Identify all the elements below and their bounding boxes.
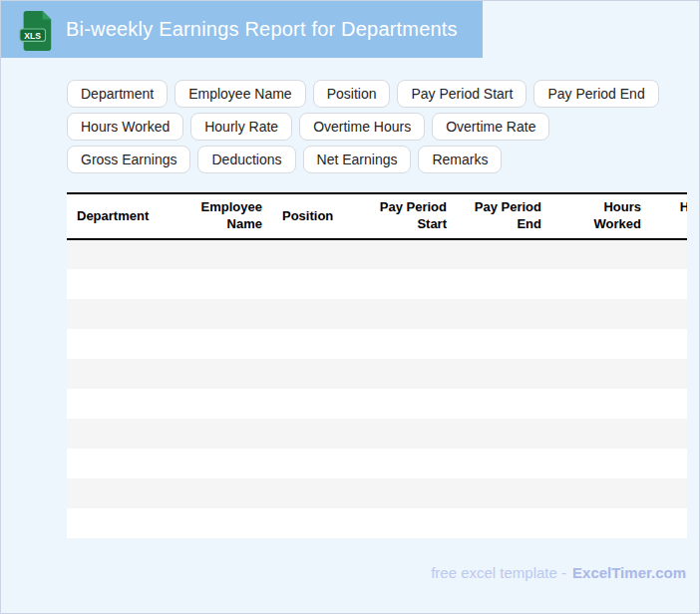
table-cell — [272, 449, 347, 478]
table-cell — [457, 389, 551, 419]
table-cell — [272, 329, 347, 359]
table-cell — [551, 449, 651, 478]
xls-icon-label: XLS — [24, 30, 41, 40]
table-cell — [272, 389, 347, 419]
table-cell — [551, 329, 651, 359]
table-cell — [67, 389, 173, 419]
column-chip: Pay Period Start — [397, 80, 526, 108]
table-cell — [173, 478, 272, 508]
column-header: Employee Name — [173, 193, 272, 239]
table-cell — [67, 329, 173, 359]
table-cell — [347, 389, 457, 419]
preview-table-body — [67, 239, 687, 538]
table-row — [67, 329, 687, 359]
table-cell — [457, 508, 551, 538]
table-cell — [651, 239, 687, 269]
table-header-row: DepartmentEmployee NamePositionPay Perio… — [67, 193, 687, 239]
table-cell — [272, 299, 347, 329]
column-chip: Position — [313, 80, 391, 108]
column-chip: Gross Earnings — [67, 146, 190, 173]
table-cell — [173, 329, 272, 359]
table-cell — [457, 269, 551, 299]
table-cell — [67, 419, 173, 449]
column-chip: Deductions — [197, 146, 295, 173]
table-cell — [551, 359, 651, 389]
table-cell — [173, 508, 272, 538]
table-cell — [173, 449, 272, 478]
column-header: Pay Period End — [457, 193, 551, 239]
column-header: Hourly Rate — [651, 193, 687, 239]
table-row — [67, 299, 687, 329]
footer-brand-link[interactable]: ExcelTimer.com — [572, 564, 686, 581]
table-cell — [173, 359, 272, 389]
table-row — [67, 419, 687, 449]
table-cell — [651, 508, 687, 538]
column-header: Department — [67, 193, 173, 239]
table-cell — [347, 269, 457, 299]
column-header: Hours Worked — [551, 193, 651, 239]
table-cell — [347, 359, 457, 389]
preview-table-panel: DepartmentEmployee NamePositionPay Perio… — [67, 192, 687, 538]
table-cell — [457, 419, 551, 449]
table-cell — [347, 299, 457, 329]
table-cell — [173, 299, 272, 329]
table-cell — [272, 419, 347, 449]
table-cell — [651, 449, 687, 478]
table-cell — [67, 359, 173, 389]
table-cell — [272, 478, 347, 508]
table-cell — [67, 508, 173, 538]
table-cell — [347, 419, 457, 449]
table-cell — [347, 449, 457, 478]
table-cell — [457, 478, 551, 508]
table-cell — [651, 419, 687, 449]
column-header: Pay Period Start — [347, 193, 457, 239]
template-preview-page: XLS Bi-weekly Earnings Report for Depart… — [0, 0, 700, 614]
table-cell — [347, 329, 457, 359]
table-cell — [551, 389, 651, 419]
table-cell — [67, 478, 173, 508]
table-cell — [347, 508, 457, 538]
table-cell — [173, 419, 272, 449]
table-cell — [347, 478, 457, 508]
table-cell — [67, 269, 173, 299]
table-row — [67, 269, 687, 299]
column-chip: Pay Period End — [533, 80, 658, 108]
table-cell — [457, 329, 551, 359]
table-cell — [272, 508, 347, 538]
column-chip: Hours Worked — [67, 113, 183, 141]
column-chip: Employee Name — [175, 80, 306, 108]
column-chip: Hourly Rate — [190, 113, 292, 141]
table-cell — [651, 389, 687, 419]
table-cell — [457, 299, 551, 329]
table-row — [67, 449, 687, 478]
table-cell — [67, 299, 173, 329]
preview-table: DepartmentEmployee NamePositionPay Perio… — [67, 192, 687, 538]
table-cell — [651, 478, 687, 508]
table-cell — [347, 239, 457, 269]
column-header: Position — [272, 193, 347, 239]
table-row — [67, 389, 687, 419]
preview-table-head: DepartmentEmployee NamePositionPay Perio… — [67, 193, 687, 239]
table-cell — [551, 508, 651, 538]
column-chip: Remarks — [418, 146, 502, 173]
table-cell — [457, 449, 551, 478]
column-chip: Net Earnings — [303, 146, 412, 173]
table-cell — [173, 389, 272, 419]
page-title: Bi-weekly Earnings Report for Department… — [66, 18, 458, 41]
column-chip: Department — [67, 80, 168, 108]
table-cell — [272, 239, 347, 269]
table-cell — [67, 239, 173, 269]
table-cell — [651, 359, 687, 389]
footer-text: free excel template - — [431, 564, 566, 581]
table-row — [67, 359, 687, 389]
table-cell — [272, 359, 347, 389]
table-cell — [173, 269, 272, 299]
table-cell — [551, 419, 651, 449]
table-row — [67, 508, 687, 538]
table-cell — [173, 239, 272, 269]
footer: free excel template -ExcelTimer.com — [431, 564, 686, 581]
column-chip: Overtime Hours — [299, 113, 425, 141]
table-cell — [457, 239, 551, 269]
column-chips: DepartmentEmployee NamePositionPay Perio… — [67, 80, 677, 173]
table-cell — [651, 269, 687, 299]
